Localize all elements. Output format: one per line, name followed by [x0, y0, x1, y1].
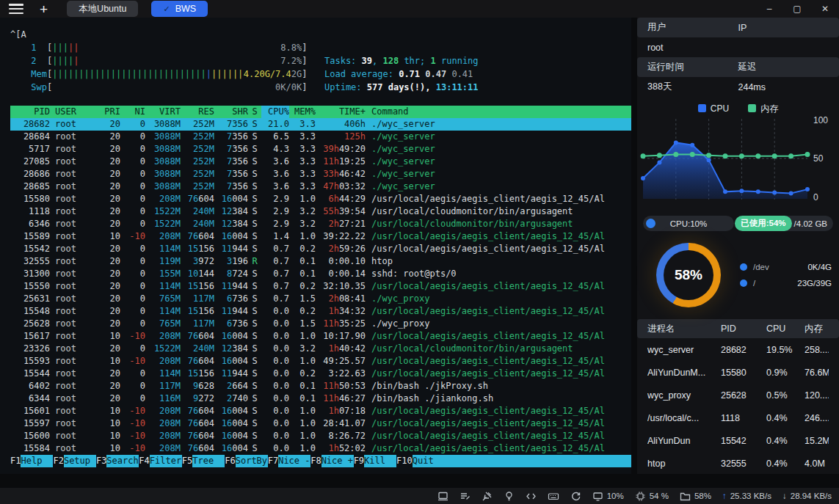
process-row[interactable]: 15617root10-10208M7660416004S0.01.010:17…	[10, 330, 631, 343]
script-edit-icon[interactable]	[460, 491, 471, 502]
fkey-F9[interactable]: F9	[354, 455, 364, 467]
process-row[interactable]: 6346root2001522M240M12384S2.93.22h27:21/…	[10, 218, 631, 230]
check-icon: ✓	[163, 4, 170, 14]
process-row[interactable]: 15589root10-10208M7660416004S1.41.039:22…	[10, 230, 631, 243]
fkey-action-Nice-[interactable]: Nice -	[278, 455, 310, 467]
add-tab-button[interactable]: +	[40, 2, 48, 16]
info-header-row: 运行时间 延迟	[637, 57, 839, 77]
fkey-action-Tree[interactable]: Tree	[192, 455, 225, 467]
process-row[interactable]: 15542root200114M1515611944S0.70.22h59:26…	[10, 243, 631, 255]
chart-legend: CPU 内存	[637, 103, 839, 114]
upload-speed-stat: ↑ 25.33 KB/s	[722, 492, 771, 500]
process-row[interactable]: 15550root200114M1515611944S0.70.232:10.3…	[10, 280, 631, 293]
process-row[interactable]: 15601root10-10208M7660416004S0.01.01h07:…	[10, 405, 631, 417]
svg-text:50: 50	[813, 153, 824, 164]
fkey-F7[interactable]: F7	[268, 455, 278, 467]
process-row[interactable]: 6344root200116M92722740S0.00.111h46:27/b…	[10, 392, 631, 405]
close-button[interactable]: ✕	[811, 4, 839, 14]
cpu-legend-swatch	[698, 104, 706, 112]
fkey-F5[interactable]: F5	[182, 455, 192, 467]
fkey-action-Help[interactable]: Help	[21, 455, 53, 467]
process-row[interactable]: 28682root2003088M252M7356S21.03.3406h./w…	[10, 118, 631, 131]
sidebar-process-header: 进程名 PID CPU 内存	[637, 319, 839, 338]
process-row[interactable]: 27085root2003088M252M7356S3.63.311h19:25…	[10, 156, 631, 168]
upload-arrow-icon: ↑	[722, 492, 727, 500]
sidebar-process-row[interactable]: AliYunDun155420.4%15.2M	[637, 429, 839, 452]
fkey-action-Filter[interactable]: Filter	[150, 455, 182, 467]
process-row[interactable]: 28686root2003088M252M7356S3.63.333h46:42…	[10, 168, 631, 180]
process-row[interactable]: 15584root10-10208M7660416004S0.01.01h52:…	[10, 442, 631, 455]
cpu-chip-icon	[635, 491, 646, 502]
sidebar-process-row[interactable]: wyc_proxy256280.5%120....	[637, 384, 839, 406]
disk-dot-icon	[740, 263, 747, 271]
lightbulb-icon[interactable]	[504, 491, 515, 502]
fkey-F2[interactable]: F2	[53, 455, 63, 467]
meter-row: Mem[||||||||||||||||||||||||||||||||||||…	[10, 67, 631, 81]
download-speed-stat: ↓ 28.94 KB/s	[782, 492, 832, 500]
process-row[interactable]: 15544root200114M1515611944S0.00.23:22.63…	[10, 368, 631, 380]
statusbar: 10% 54 % 58% ↑ 25.33 KB/s ↓ 28.94 KB/s	[0, 488, 839, 504]
maximize-button[interactable]: ▢	[783, 4, 811, 14]
process-row[interactable]: 25628root200765M117M6736S0.01.511h35:25.…	[10, 318, 631, 330]
process-table: PIDUSERPRINIVIRTRESSHRSCPU%MEM%TIME+Comm…	[10, 106, 631, 455]
fkey-action-SortBy[interactable]: SortBy	[236, 455, 268, 467]
ip-header: IP	[738, 23, 829, 33]
sidebar-process-row[interactable]: /usr/local/c...11180.4%246....	[637, 406, 839, 429]
fkey-action-Search[interactable]: Search	[106, 455, 139, 467]
process-row[interactable]: 6402root200117M96282664S0.00.111h50:53/b…	[10, 380, 631, 392]
process-row[interactable]: 15580root200208M7660416004S2.91.06h44:29…	[10, 193, 631, 205]
col-pid: PID	[721, 324, 766, 334]
process-table-header[interactable]: PIDUSERPRINIVIRTRESSHRSCPU%MEM%TIME+Comm…	[10, 106, 631, 118]
process-row[interactable]: 1118root2001522M240M12384S2.93.255h39:54…	[10, 205, 631, 218]
fkey-action-Quit[interactable]: Quit	[413, 455, 631, 467]
tab-local-ubuntu[interactable]: 本地Ubuntu	[67, 1, 138, 17]
process-row[interactable]: 28684root2003088M252M7356S6.53.3125h./wy…	[10, 131, 631, 143]
meter-row: 1 [|||||8.8%]	[10, 41, 631, 54]
remote-desktop-icon[interactable]	[437, 491, 448, 502]
cpu-legend-label: CPU	[711, 103, 729, 114]
fkey-F10[interactable]: F10	[396, 455, 413, 467]
process-row[interactable]: 25631root200765M117M6736S0.71.52h08:41./…	[10, 293, 631, 305]
tab-bws[interactable]: ✓ BWS	[151, 1, 208, 17]
memory-total-text: /4.02 GB	[794, 219, 827, 228]
fkey-action-Setup[interactable]: Setup	[64, 455, 96, 467]
process-row[interactable]: 32555root200119M39723196R0.70.10:00.10ht…	[10, 255, 631, 268]
pin-icon[interactable]	[482, 491, 493, 502]
sidebar-process-row[interactable]: AliYunDunM...155800.9%76.6M	[637, 361, 839, 384]
fkey-F4[interactable]: F4	[139, 455, 149, 467]
process-row[interactable]: 5717root2003088M252M7356S4.33.339h49:20.…	[10, 143, 631, 156]
process-row[interactable]: 31300root200155M101448724S0.70.10:00.14s…	[10, 268, 631, 280]
code-icon[interactable]	[526, 491, 537, 502]
cpu-usage-stat: 54 %	[635, 491, 669, 502]
cpu-usage-badge: CPU:10%	[643, 216, 734, 231]
process-row[interactable]: 15548root200114M1515611944S0.00.21h34:32…	[10, 305, 631, 318]
fkey-F1[interactable]: F1	[10, 455, 21, 467]
sidebar-process-row[interactable]: wyc_server2868219.5%258....	[637, 338, 839, 361]
fkey-F8[interactable]: F8	[310, 455, 321, 467]
minimize-button[interactable]: –	[755, 4, 783, 14]
fkey-action-Nice+[interactable]: Nice +	[322, 455, 354, 467]
process-row[interactable]: 28685root2003088M252M7356S3.63.347h03:32…	[10, 180, 631, 193]
tab-label: BWS	[175, 4, 196, 14]
process-row[interactable]: 15600root10-10208M7660416004S0.01.08:26.…	[10, 430, 631, 442]
process-row[interactable]: 15597root10-10208M7660416004S0.01.028:41…	[10, 417, 631, 430]
fkey-F6[interactable]: F6	[225, 455, 235, 467]
fkey-action-Kill[interactable]: Kill	[364, 455, 396, 467]
col-cpu: CPU	[766, 324, 805, 334]
fkey-F3[interactable]: F3	[96, 455, 106, 467]
disk-item: / 23G/39G	[740, 275, 832, 291]
info-header-row: 用户 IP	[637, 18, 839, 37]
sidebar-process-row[interactable]: htop325550.4%4.0M	[637, 452, 839, 475]
disk-usage-donut: 58%	[656, 243, 721, 307]
process-row[interactable]: 23326root2001522M240M12384S0.03.21h40:42…	[10, 343, 631, 355]
escape-sequence-text: ^[A	[10, 28, 631, 41]
tab-label: 本地Ubuntu	[79, 3, 126, 15]
process-row[interactable]: 15593root10-10208M7660416004S0.01.049:25…	[10, 355, 631, 368]
tasks-load-uptime: Tasks: 39, 128 thr; 1 runningLoad averag…	[324, 54, 479, 94]
disk-legend: /dev 0K/4G / 23G/39G	[740, 259, 832, 291]
terminal[interactable]: ^[A 1 [|||||8.8%]2 [|||||7.2%]Mem[||||||…	[0, 18, 631, 474]
keyboard-icon[interactable]	[548, 491, 559, 502]
refresh-icon[interactable]	[570, 491, 581, 502]
sidebar-process-table: 进程名 PID CPU 内存 wyc_server2868219.5%258..…	[637, 319, 839, 475]
menu-icon[interactable]	[9, 4, 23, 14]
